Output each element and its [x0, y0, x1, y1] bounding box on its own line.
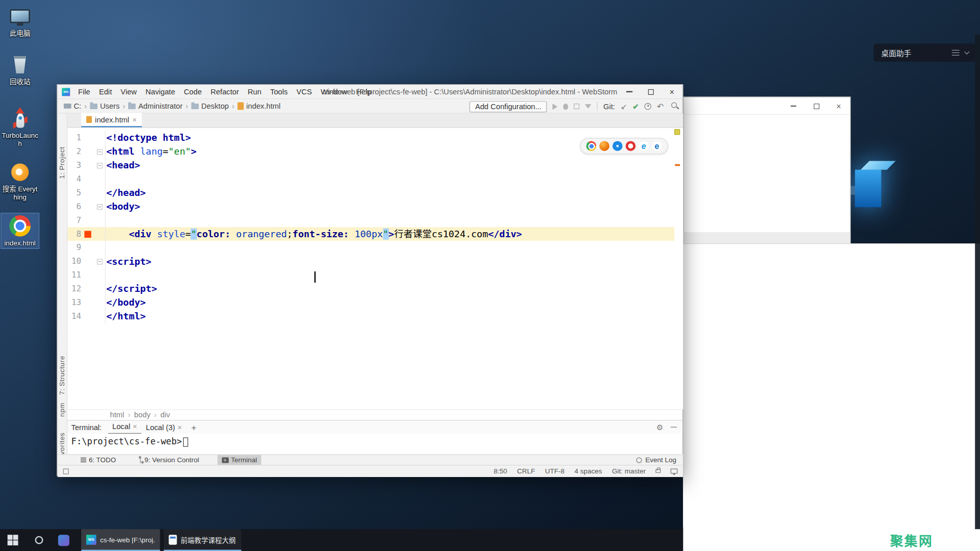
edge-icon[interactable]: [652, 141, 662, 151]
editor-tab-bar: index.html: [67, 114, 683, 128]
tool-stripe-npm[interactable]: npm: [58, 403, 66, 417]
code-line-3[interactable]: 3<head>: [67, 159, 674, 172]
lock-icon[interactable]: [655, 469, 660, 473]
line-ending[interactable]: CRLF: [517, 467, 535, 475]
element-breadcrumb-body[interactable]: body: [133, 411, 152, 419]
fold-marker-icon[interactable]: [97, 149, 103, 155]
desktop-assistant-pill[interactable]: 桌面助手: [874, 44, 975, 62]
breadcrumb-administrator[interactable]: Administrator: [127, 102, 184, 110]
code-line-12[interactable]: 12</script>: [67, 282, 674, 296]
git-update-icon[interactable]: ↙: [621, 102, 627, 111]
screen-reader-icon[interactable]: [671, 469, 677, 474]
tool-stripe-project[interactable]: 1: Project: [58, 146, 66, 179]
version-control-toolwindow-button[interactable]: 9: Version Control: [134, 455, 204, 465]
todo-toolwindow-button[interactable]: 6: TODO: [76, 455, 120, 465]
caret-position[interactable]: 8:50: [494, 467, 507, 475]
element-breadcrumb-html[interactable]: html: [109, 411, 126, 419]
event-log-button[interactable]: Event Log: [645, 456, 676, 464]
taskbar-button-webstorm[interactable]: cs-fe-web [F:\proj...: [81, 529, 160, 551]
more-actions-icon[interactable]: [585, 104, 591, 109]
toolwindow-toggle-icon[interactable]: [63, 468, 69, 474]
new-terminal-icon[interactable]: +: [186, 422, 202, 432]
gear-icon[interactable]: ⚙: [656, 423, 663, 432]
fold-marker-icon[interactable]: [97, 259, 103, 264]
terminal-tab-local-3[interactable]: Local (3): [141, 420, 186, 434]
add-configuration-button[interactable]: Add Configuration...: [470, 101, 547, 112]
breadcrumb-desktop[interactable]: Desktop: [190, 102, 230, 110]
code-line-7[interactable]: 7: [67, 213, 674, 227]
safari-icon[interactable]: [612, 141, 623, 151]
code-line-5[interactable]: 5</head>: [67, 186, 674, 199]
coverage-button[interactable]: [574, 104, 579, 109]
minimize-icon[interactable]: [671, 427, 677, 428]
color-preview-chip[interactable]: [84, 231, 91, 237]
fold-marker-icon[interactable]: [97, 163, 103, 168]
editor-tab-label: index.html: [95, 115, 129, 124]
maximize-button[interactable]: [640, 85, 662, 98]
firefox-icon[interactable]: [599, 141, 609, 151]
history-icon[interactable]: [645, 103, 651, 110]
close-icon[interactable]: [132, 115, 137, 124]
terminal-toolwindow-button[interactable]: Terminal: [217, 455, 261, 465]
ie-icon[interactable]: [639, 141, 649, 151]
menu-view[interactable]: View: [116, 85, 141, 99]
scrollbar-warning-mark[interactable]: [675, 164, 680, 166]
search-button[interactable]: [28, 529, 50, 551]
chrome-icon[interactable]: [586, 141, 597, 151]
breadcrumb-indexhtml[interactable]: index.html: [236, 102, 282, 110]
code-line-13[interactable]: 13</body>: [67, 296, 674, 310]
menu-tools[interactable]: Tools: [266, 85, 292, 99]
screen-edge-strip: [975, 35, 980, 529]
inspection-status-marker[interactable]: [674, 129, 680, 135]
menu-navigate[interactable]: Navigate: [141, 85, 180, 99]
tool-stripe-structure[interactable]: 7: Structure: [58, 356, 66, 395]
hamburger-menu-icon[interactable]: [952, 50, 960, 56]
menu-run[interactable]: Run: [243, 85, 266, 99]
terminal-console[interactable]: F:\project\cs-fe-web>: [67, 434, 682, 454]
code-editor[interactable]: 1<!doctype html>2<html lang="en">3<head>…: [67, 128, 683, 410]
taskbar-button-document[interactable]: 前端教学课程大纲...: [164, 529, 241, 551]
breadcrumb-c[interactable]: C:: [62, 102, 82, 110]
search-everywhere-icon[interactable]: [671, 103, 677, 108]
desktop-icon-this-pc[interactable]: 此电脑: [1, 4, 38, 38]
git-commit-icon[interactable]: ✔: [632, 102, 639, 111]
file-encoding[interactable]: UTF-8: [545, 467, 565, 475]
pinned-app-button[interactable]: [53, 529, 75, 551]
close-button[interactable]: ×: [662, 85, 683, 98]
code-line-11[interactable]: 11: [67, 268, 674, 282]
code-line-6[interactable]: 6<body>: [67, 199, 674, 213]
code-line-9[interactable]: 9: [67, 241, 674, 255]
opera-icon[interactable]: [626, 141, 636, 151]
code-line-10[interactable]: 10<script>: [67, 255, 674, 268]
git-branch[interactable]: Git: master: [612, 467, 646, 475]
maximize-button[interactable]: [812, 102, 821, 110]
menu-refactor[interactable]: Refactor: [206, 85, 243, 99]
code-line-4[interactable]: 4: [67, 172, 674, 186]
close-icon[interactable]: [133, 422, 137, 431]
run-button[interactable]: [553, 103, 558, 109]
desktop-icon-turbolaunch[interactable]: TurboLaunch: [1, 106, 38, 149]
close-icon[interactable]: [178, 423, 182, 432]
debug-button[interactable]: [564, 103, 569, 109]
chevron-down-icon[interactable]: [964, 49, 969, 54]
desktop-icon-index-html[interactable]: index.html: [1, 213, 38, 248]
minimize-button[interactable]: [619, 85, 640, 98]
menu-edit[interactable]: Edit: [94, 85, 116, 99]
close-button[interactable]: ×: [835, 102, 843, 110]
menu-code[interactable]: Code: [180, 85, 206, 99]
desktop-icon-recycle-bin[interactable]: 回收站: [1, 53, 38, 87]
menu-file[interactable]: File: [74, 85, 94, 99]
start-button[interactable]: [1, 529, 23, 551]
code-line-8[interactable]: 8 <div style="color: orangered;font-size…: [67, 227, 674, 241]
fold-marker-icon[interactable]: [97, 204, 103, 209]
gutter-slot: [81, 172, 94, 186]
terminal-tab-local[interactable]: Local: [108, 420, 141, 434]
element-breadcrumb-div[interactable]: div: [159, 411, 172, 419]
code-line-14[interactable]: 14</html>: [67, 310, 674, 323]
desktop-icon-everything[interactable]: 搜索 Everything: [1, 160, 38, 203]
editor-tab-index-html[interactable]: index.html: [81, 113, 141, 127]
breadcrumb-users[interactable]: Users: [89, 102, 121, 110]
minimize-button[interactable]: [789, 102, 797, 110]
rollback-icon[interactable]: ↶: [657, 102, 664, 111]
indent-setting[interactable]: 4 spaces: [575, 467, 602, 475]
